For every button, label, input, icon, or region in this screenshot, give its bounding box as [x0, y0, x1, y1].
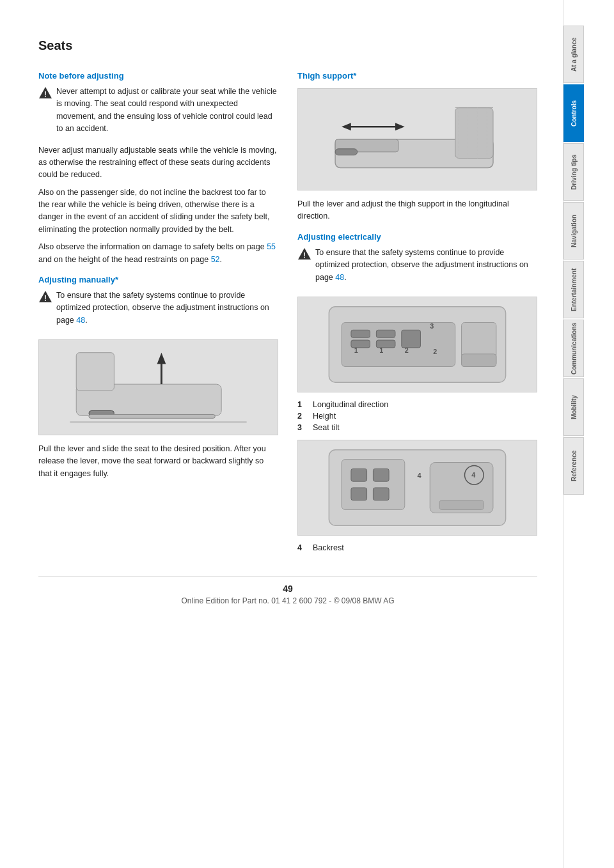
- sidebar-tab-communications[interactable]: Communications: [563, 320, 584, 377]
- sidebar-tab-entertainment[interactable]: Entertainment: [563, 261, 584, 318]
- link-page-48-manual[interactable]: 48: [76, 316, 85, 325]
- sidebar: At a glance Controls Driving tips Naviga…: [563, 0, 583, 868]
- warning-triangle-icon-1: !: [38, 86, 52, 102]
- svg-text:1: 1: [379, 346, 383, 354]
- sidebar-tab-mobility[interactable]: Mobility: [563, 378, 584, 436]
- svg-rect-31: [402, 330, 421, 348]
- section-electric-heading: Adjusting electrically: [297, 232, 537, 242]
- list-item-1: 1 Longitudinal direction: [297, 400, 537, 409]
- list-item-3: 3 Seat tilt: [297, 423, 537, 432]
- list-number-4: 4: [297, 543, 308, 552]
- thigh-support-image: [297, 88, 537, 190]
- list-label-4: Backrest: [313, 543, 344, 552]
- list-number-2: 2: [297, 412, 308, 421]
- link-page-55[interactable]: 55: [267, 242, 276, 251]
- svg-rect-47: [439, 500, 484, 510]
- warning-block-2: ! To ensure that the safety systems cont…: [38, 290, 278, 332]
- svg-text:!: !: [303, 251, 306, 260]
- page-container: Seats Note before adjusting ! Never atte…: [0, 0, 614, 868]
- svg-rect-42: [373, 469, 389, 481]
- list-number-1: 1: [297, 400, 308, 409]
- warning-block-3: ! To ensure that the safety systems cont…: [297, 247, 537, 289]
- columns-layout: Note before adjusting ! Never attempt to…: [38, 62, 537, 557]
- para-3-mid: and on the height of the head restraints…: [38, 255, 211, 264]
- page-number: 49: [38, 584, 537, 594]
- list-label-1: Longitudinal direction: [313, 400, 388, 409]
- warning-triangle-icon-3: !: [297, 247, 311, 263]
- svg-rect-29: [376, 330, 395, 337]
- numbered-list-4: 4 Backrest: [297, 543, 537, 552]
- warning-text-2: To ensure that the safety systems contin…: [56, 290, 278, 327]
- svg-text:!: !: [44, 294, 47, 303]
- sidebar-tab-controls[interactable]: Controls: [563, 84, 584, 142]
- electric-controls-image: 1 1 2 3 2: [297, 297, 537, 392]
- right-column: Thigh support*: [297, 62, 537, 557]
- para-3: Also observe the information on damage t…: [38, 241, 278, 266]
- svg-rect-27: [351, 330, 370, 337]
- svg-rect-5: [76, 353, 114, 391]
- backrest-image: 4 4: [297, 440, 537, 536]
- svg-marker-15: [395, 123, 405, 130]
- list-label-2: Height: [313, 412, 336, 421]
- list-number-3: 3: [297, 423, 308, 432]
- link-page-48-electric[interactable]: 48: [335, 273, 344, 282]
- svg-rect-43: [351, 488, 367, 500]
- section-manual-heading: Adjusting manually*: [38, 275, 278, 284]
- caption-thigh-support: Pull the lever and adjust the thigh supp…: [297, 198, 537, 223]
- numbered-list: 1 Longitudinal direction 2 Height 3 Seat…: [297, 400, 537, 432]
- sidebar-tab-at-a-glance[interactable]: At a glance: [563, 26, 584, 83]
- caption-manual-seat: Pull the lever and slide the seat to the…: [38, 443, 278, 480]
- svg-rect-44: [373, 488, 389, 500]
- svg-rect-41: [351, 469, 367, 481]
- svg-text:4: 4: [471, 471, 475, 479]
- svg-rect-12: [455, 108, 493, 159]
- svg-marker-7: [157, 353, 166, 364]
- para-1: Never adjust manually adjustable seats w…: [38, 144, 278, 182]
- svg-text:!: !: [44, 90, 47, 99]
- warning-block-1: ! Never attempt to adjust or calibrate y…: [38, 86, 278, 141]
- svg-text:2: 2: [433, 348, 437, 355]
- footer-text: Online Edition for Part no. 01 41 2 600 …: [38, 596, 537, 605]
- main-content: Seats Note before adjusting ! Never atte…: [0, 0, 563, 868]
- para-3-prefix: Also observe the information on damage t…: [38, 242, 267, 251]
- svg-text:3: 3: [430, 322, 434, 330]
- left-column: Note before adjusting ! Never attempt to…: [38, 62, 278, 557]
- page-title: Seats: [38, 38, 537, 53]
- sidebar-tabs: At a glance Controls Driving tips Naviga…: [563, 26, 584, 495]
- section-thigh-heading: Thigh support*: [297, 71, 537, 81]
- para-2: Also on the passenger side, do not incli…: [38, 187, 278, 236]
- svg-text:1: 1: [354, 346, 358, 354]
- list-item-2: 2 Height: [297, 412, 537, 421]
- list-label-3: Seat tilt: [313, 423, 340, 432]
- link-page-52[interactable]: 52: [211, 255, 220, 264]
- sidebar-tab-navigation[interactable]: Navigation: [563, 202, 584, 260]
- manual-seat-image: [38, 339, 278, 435]
- svg-marker-16: [342, 123, 351, 130]
- svg-rect-10: [89, 414, 215, 418]
- sidebar-tab-reference[interactable]: Reference: [563, 437, 584, 495]
- section-note-heading: Note before adjusting: [38, 71, 278, 81]
- list-item-4: 4 Backrest: [297, 543, 537, 552]
- warning-text-1: Never attempt to adjust or calibrate you…: [56, 86, 278, 136]
- sidebar-tab-driving-tips[interactable]: Driving tips: [563, 143, 584, 201]
- svg-rect-40: [342, 459, 405, 509]
- svg-text:2: 2: [405, 346, 409, 354]
- svg-rect-38: [462, 354, 496, 367]
- svg-rect-17: [335, 149, 358, 155]
- svg-text:4: 4: [418, 472, 421, 479]
- warning-text-3: To ensure that the safety systems contin…: [315, 247, 537, 284]
- page-footer: 49 Online Edition for Part no. 01 41 2 6…: [38, 577, 537, 605]
- warning-triangle-icon-2: !: [38, 290, 52, 306]
- para-3-suffix: .: [220, 255, 222, 264]
